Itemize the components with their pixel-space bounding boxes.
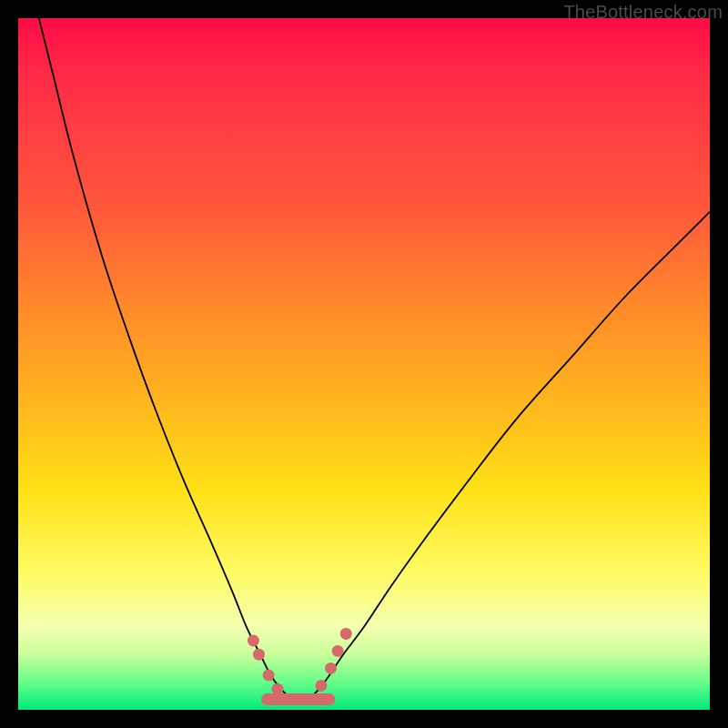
plot-area: [18, 18, 710, 710]
marker-dot: [253, 649, 265, 661]
marker-dot: [315, 680, 327, 692]
left-curve: [39, 18, 291, 700]
marker-dot: [332, 645, 344, 657]
marker-dot: [272, 683, 284, 695]
marker-group: [248, 628, 352, 695]
marker-dot: [325, 662, 337, 674]
marker-dot: [248, 635, 259, 647]
marker-dot: [340, 628, 352, 640]
outer-frame: TheBottleneck.com: [0, 0, 728, 728]
watermark-text: TheBottleneck.com: [563, 2, 723, 23]
marker-dot: [263, 670, 275, 682]
curves-svg: [18, 18, 710, 710]
right-curve: [308, 212, 710, 700]
